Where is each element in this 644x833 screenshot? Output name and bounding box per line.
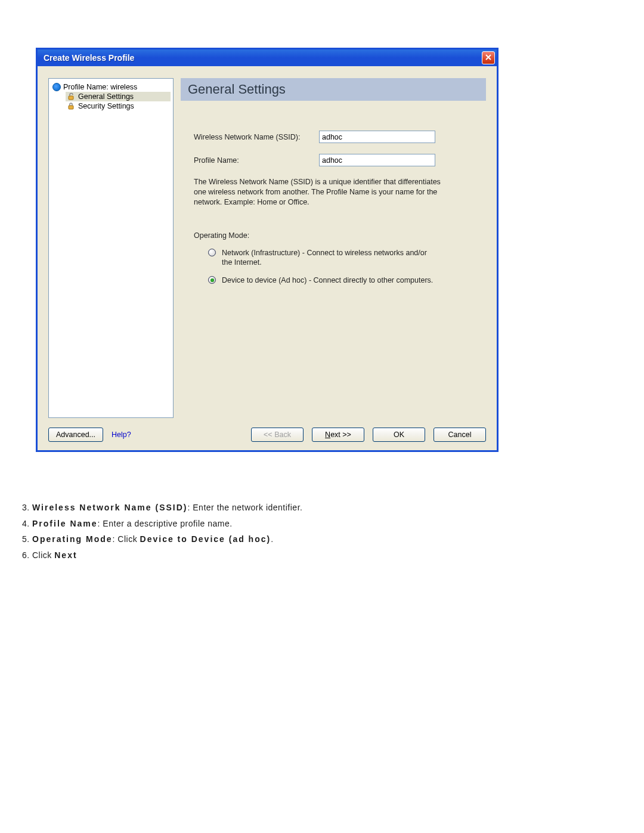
radio-icon [208, 276, 216, 284]
instruction-step: Profile Name: Enter a descriptive profil… [32, 516, 608, 532]
tree-item-label: Security Settings [78, 102, 134, 110]
close-button[interactable] [482, 51, 495, 64]
titlebar: Create Wireless Profile [38, 49, 497, 66]
radio-infrastructure[interactable]: Network (Infrastructure) - Connect to wi… [208, 248, 435, 268]
next-button[interactable]: Next >> [312, 428, 364, 442]
content-panel: General Settings Wireless Network Name (… [181, 78, 486, 418]
tree-item-security[interactable]: Security Settings [66, 101, 171, 111]
instruction-step: Click Next [32, 547, 608, 563]
close-icon [485, 53, 492, 63]
instructions: Wireless Network Name (SSID): Enter the … [19, 500, 608, 563]
instruction-step: Wireless Network Name (SSID): Enter the … [32, 500, 608, 516]
help-link[interactable]: Help? [112, 431, 131, 439]
ssid-label: Wireless Network Name (SSID): [194, 133, 319, 141]
dialog-window: Create Wireless Profile Profile Name: wi… [36, 48, 499, 452]
wifi-icon [52, 83, 61, 91]
nav-tree: Profile Name: wireless General Settings … [48, 78, 174, 418]
tree-item-label: General Settings [78, 92, 134, 101]
section-header: General Settings [181, 78, 486, 101]
radio-icon [208, 249, 216, 256]
tree-root-profile[interactable]: Profile Name: wireless [51, 82, 171, 92]
ssid-input[interactable] [319, 131, 435, 143]
svg-rect-1 [69, 106, 73, 109]
instruction-step: Operating Mode: Click Device to Device (… [32, 531, 608, 547]
tree-item-general[interactable]: General Settings [66, 92, 171, 101]
lock-open-icon [67, 92, 75, 101]
advanced-button[interactable]: Advanced... [48, 428, 103, 442]
window-body: Profile Name: wireless General Settings … [38, 66, 497, 450]
operating-mode-label: Operating Mode: [194, 231, 478, 240]
svg-rect-0 [69, 96, 73, 100]
lock-icon [67, 102, 75, 110]
back-button[interactable]: << Back [251, 428, 304, 442]
radio-adhoc-label: Device to device (Ad hoc) - Connect dire… [222, 275, 433, 285]
radio-adhoc[interactable]: Device to device (Ad hoc) - Connect dire… [208, 275, 435, 285]
radio-infrastructure-label: Network (Infrastructure) - Connect to wi… [222, 248, 435, 268]
window-title: Create Wireless Profile [44, 53, 134, 63]
profile-name-input[interactable] [319, 154, 435, 166]
button-row: Advanced... Help? << Back Next >> OK Can… [48, 428, 486, 442]
tree-root-label: Profile Name: wireless [63, 83, 137, 91]
cancel-button[interactable]: Cancel [434, 428, 486, 442]
profile-name-label: Profile Name: [194, 156, 319, 165]
ssid-help-text: The Wireless Network Name (SSID) is a un… [194, 177, 444, 208]
ok-button[interactable]: OK [373, 428, 425, 442]
